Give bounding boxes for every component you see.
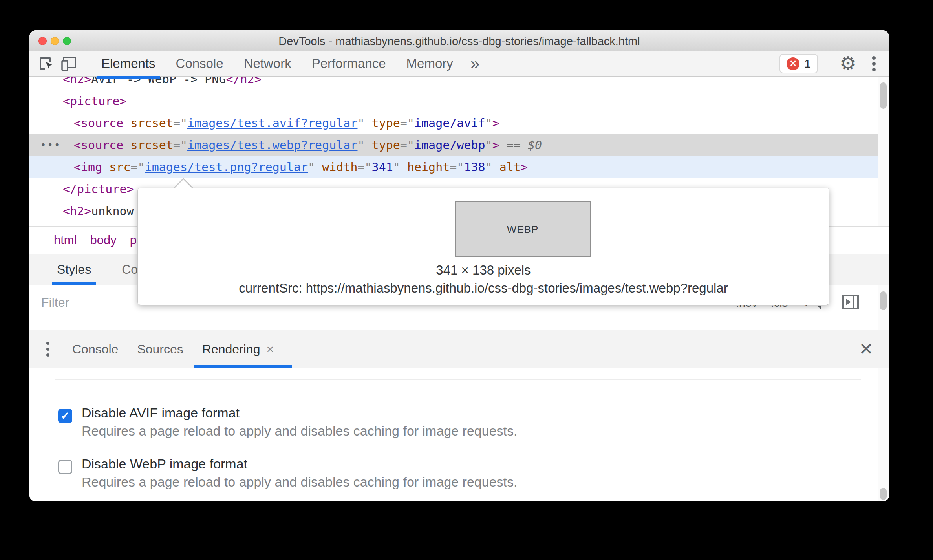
device-toolbar-icon[interactable] <box>60 55 77 72</box>
drawer-tab-sources[interactable]: Sources <box>137 330 183 368</box>
more-tabs-chevron[interactable]: » <box>463 52 487 75</box>
drawer-scrollbar-track[interactable] <box>878 368 889 501</box>
screen-background: DevTools - mathiasbynens.github.io/css-d… <box>0 0 933 560</box>
settings-gear-icon[interactable]: ⚙ <box>840 54 856 73</box>
new-style-rule-dropdown-caret[interactable] <box>818 306 821 309</box>
drawer-tab-rendering[interactable]: Rendering× <box>202 330 274 368</box>
breadcrumb-html[interactable]: html <box>54 233 77 247</box>
image-dimensions: 341 × 138 pixels <box>138 263 829 278</box>
dollar-zero-hint: == $0 <box>499 138 542 152</box>
option-disable-webp: Disable WebP image format Requires a pag… <box>58 455 517 490</box>
tree-row-source-webp-selected[interactable]: •••<source srcset="images/test.webp?regu… <box>29 134 878 156</box>
drawer-tab-console[interactable]: Console <box>72 330 118 368</box>
section-divider <box>55 379 861 380</box>
inspect-element-icon[interactable] <box>37 55 55 72</box>
main-menu-kebab-icon[interactable] <box>868 55 880 73</box>
disable-webp-checkbox[interactable] <box>58 460 72 474</box>
rendering-panel: ✓ Disable AVIF image format Requires a p… <box>29 368 878 501</box>
image-current-src: currentSrc: https://mathiasbynens.github… <box>138 281 829 296</box>
tree-row-source-avif[interactable]: <source srcset="images/test.avif?regular… <box>29 112 878 134</box>
styles-scrollbar-track[interactable] <box>878 285 889 330</box>
window-titlebar: DevTools - mathiasbynens.github.io/css-d… <box>29 30 889 51</box>
tree-row-picture-open[interactable]: <picture> <box>29 90 878 112</box>
img-src-link[interactable]: images/test.png?regular <box>145 160 308 174</box>
disable-avif-checkbox[interactable]: ✓ <box>58 409 72 423</box>
drawer-tab-bar: Console Sources Rendering× ✕ <box>29 330 889 368</box>
devtools-toolbar: Elements Console Network Performance Mem… <box>29 51 889 77</box>
rendering-tab-close-icon[interactable]: × <box>266 330 274 368</box>
styles-content-strip <box>29 320 889 330</box>
tree-row-img-hovered[interactable]: <img src="images/test.png?regular" width… <box>29 156 878 178</box>
image-preview-label: WEBP <box>507 223 539 236</box>
devtools-window: DevTools - mathiasbynens.github.io/css-d… <box>29 30 889 501</box>
toolbar-separator <box>87 55 87 72</box>
disable-avif-label[interactable]: Disable AVIF image format <box>82 404 517 421</box>
elements-scrollbar-track[interactable] <box>878 77 889 226</box>
avif-src-link[interactable]: images/test.avif?regular <box>187 116 357 130</box>
toolbar-separator-right <box>829 55 829 72</box>
option-disable-avif: ✓ Disable AVIF image format Requires a p… <box>58 404 517 439</box>
disable-webp-label[interactable]: Disable WebP image format <box>82 455 517 472</box>
tab-elements[interactable]: Elements <box>91 51 166 76</box>
image-preview-tooltip: WEBP 341 × 138 pixels currentSrc: https:… <box>137 188 829 305</box>
error-icon: ✕ <box>787 57 799 70</box>
webp-src-link[interactable]: images/test.webp?regular <box>187 138 357 152</box>
row-actions-dots[interactable]: ••• <box>40 134 61 156</box>
disable-webp-description: Requires a page reload to apply and disa… <box>82 473 517 490</box>
elements-scrollbar-thumb[interactable] <box>880 82 887 109</box>
breadcrumb-body[interactable]: body <box>90 233 117 247</box>
error-badge[interactable]: ✕ 1 <box>779 54 818 73</box>
drawer-scrollbar-thumb[interactable] <box>880 488 887 500</box>
error-count: 1 <box>804 57 811 70</box>
styles-scrollbar-thumb[interactable] <box>880 291 887 310</box>
tab-network[interactable]: Network <box>234 51 302 76</box>
window-title: DevTools - mathiasbynens.github.io/css-d… <box>29 35 889 48</box>
close-drawer-icon[interactable]: ✕ <box>859 338 873 360</box>
tab-memory[interactable]: Memory <box>396 51 463 76</box>
drawer-menu-kebab-icon[interactable] <box>42 339 53 359</box>
disable-avif-description: Requires a page reload to apply and disa… <box>82 422 517 439</box>
toggle-sidebar-icon[interactable] <box>842 293 860 313</box>
image-preview-thumbnail: WEBP <box>455 201 591 257</box>
tab-styles[interactable]: Styles <box>57 254 91 285</box>
tab-console[interactable]: Console <box>166 51 234 76</box>
tab-performance[interactable]: Performance <box>302 51 396 76</box>
